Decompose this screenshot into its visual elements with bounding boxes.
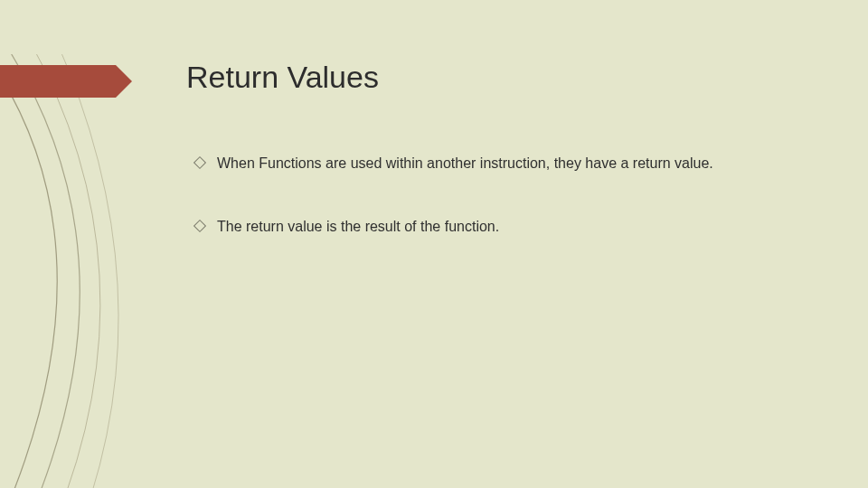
bullet-item: The return value is the result of the fu… (195, 217, 774, 237)
diamond-bullet-icon (193, 156, 206, 169)
slide-content: When Functions are used within another i… (195, 154, 774, 281)
slide-title: Return Values (186, 60, 379, 95)
bullet-text: The return value is the result of the fu… (217, 217, 774, 237)
bullet-text: When Functions are used within another i… (217, 154, 774, 174)
decorative-curves (0, 54, 199, 488)
diamond-bullet-icon (193, 220, 206, 232)
title-banner (0, 65, 116, 98)
bullet-item: When Functions are used within another i… (195, 154, 774, 174)
